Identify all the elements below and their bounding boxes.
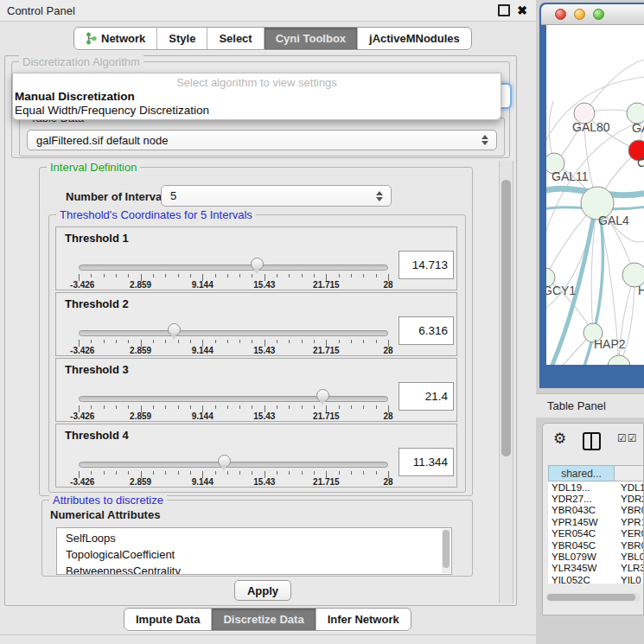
threshold-value-field[interactable]: 21.4 bbox=[399, 382, 454, 411]
network-canvas[interactable]: GAL80GACGAL11GAL4GCY1HHAP2 bbox=[546, 25, 644, 365]
table-data-combobox[interactable]: galFiltered.sif default node bbox=[27, 130, 497, 150]
table-row[interactable]: YPR145WYPR1 bbox=[548, 516, 644, 527]
table-row[interactable]: YLR345WYLR3 bbox=[548, 563, 644, 574]
table-row[interactable]: YIL052CYIL0 bbox=[548, 574, 644, 583]
combo-stepper-icon[interactable] bbox=[481, 135, 488, 145]
table-panel-titlebar: Table Panel bbox=[536, 393, 644, 418]
cell-name[interactable]: YER0 bbox=[615, 528, 644, 539]
table-row[interactable]: YBR045CYBR0 bbox=[548, 539, 644, 551]
tab-discretize-data[interactable]: Discretize Data bbox=[212, 609, 316, 630]
cell-name[interactable]: YBR0 bbox=[615, 540, 644, 551]
tab-cyni-toolbox[interactable]: Cyni Toolbox bbox=[265, 28, 358, 49]
column-header-name[interactable]: na bbox=[615, 465, 644, 481]
threshold-value-field[interactable]: 11.344 bbox=[399, 448, 454, 476]
attributes-group: Attributes to discretize Numerical Attri… bbox=[41, 500, 473, 577]
threshold-label: Threshold 4 bbox=[65, 429, 129, 442]
table-row[interactable]: YBL079WYBL0 bbox=[548, 551, 644, 562]
threshold-value-field[interactable]: 14.713 bbox=[399, 251, 454, 279]
tab-infer-network[interactable]: Infer Network bbox=[316, 609, 411, 630]
network-node[interactable] bbox=[608, 355, 630, 365]
node-label: H bbox=[638, 284, 644, 297]
tab-select[interactable]: Select bbox=[207, 28, 264, 49]
slider-track[interactable] bbox=[79, 462, 388, 468]
tab-impute-data[interactable]: Impute Data bbox=[124, 609, 212, 630]
cell-name[interactable]: YBR0 bbox=[615, 505, 644, 515]
number-of-intervals-combobox[interactable]: 5 bbox=[161, 185, 392, 207]
cell-shared-name[interactable]: YBR045C bbox=[548, 540, 615, 551]
close-panel-icon[interactable]: ✖ bbox=[517, 5, 527, 16]
algorithm-placeholder: Select algorithm to view settings bbox=[13, 76, 501, 89]
top-tab-bar: Network Style Select Cyni Toolbox jActiv… bbox=[73, 27, 472, 50]
attribute-list-item[interactable]: SelfLoops bbox=[66, 530, 451, 546]
number-of-intervals-label: Number of Intervals bbox=[66, 190, 171, 203]
table-row[interactable]: YDL19...YDL1 bbox=[548, 481, 644, 493]
panel-title: Control Panel bbox=[7, 4, 75, 17]
cell-shared-name[interactable]: YLR345W bbox=[548, 563, 615, 573]
cell-shared-name[interactable]: YER054C bbox=[548, 528, 615, 539]
slider-tick-labels: -3.4262.8599.14415.4321.71528 bbox=[79, 346, 388, 356]
cell-shared-name[interactable]: YPR145W bbox=[548, 517, 615, 527]
slider-thumb[interactable] bbox=[218, 455, 231, 468]
apply-button[interactable]: Apply bbox=[234, 580, 291, 601]
checkboxes-icon[interactable]: ☑☑ bbox=[617, 432, 638, 444]
table-row[interactable]: YDR27...YDR2 bbox=[548, 493, 644, 504]
tab-network[interactable]: Network bbox=[74, 28, 157, 49]
numerical-attributes-list[interactable]: SelfLoopsTopologicalCoefficientBetweenne… bbox=[56, 527, 452, 575]
node-label: GAL80 bbox=[572, 120, 610, 134]
node-label: GAL11 bbox=[552, 169, 589, 183]
tab-jactivemnodules[interactable]: jActiveMNodules bbox=[358, 28, 471, 49]
table-panel-body: ⚙ ☑☑ shared... na YDL19...YDL1YDR27...YD… bbox=[542, 423, 644, 615]
menu-item-equal-width-discretization[interactable]: Equal Width/Frequency Discretization bbox=[15, 104, 209, 117]
cell-name[interactable]: YDR2 bbox=[615, 494, 644, 504]
network-view-window: GAL80GACGAL11GAL4GCY1HHAP2 bbox=[539, 3, 644, 388]
list-scrollbar[interactable] bbox=[442, 529, 450, 573]
gear-icon[interactable]: ⚙ bbox=[553, 430, 566, 448]
node-label: HAP2 bbox=[594, 337, 626, 351]
cell-name[interactable]: YLR3 bbox=[615, 563, 644, 573]
thresholds-group-title: Threshold's Coordinates for 5 Intervals bbox=[56, 208, 256, 221]
zoom-window-icon[interactable] bbox=[593, 9, 604, 20]
close-window-icon[interactable] bbox=[555, 9, 566, 20]
scrollbar-thumb[interactable] bbox=[501, 180, 511, 456]
cell-name[interactable]: YBL0 bbox=[615, 552, 644, 562]
table-data-group: Table Data galFiltered.sif default node bbox=[19, 118, 505, 156]
attributes-group-title: Attributes to discretize bbox=[49, 494, 167, 507]
cell-shared-name[interactable]: YBR043C bbox=[548, 505, 615, 515]
menu-item-manual-discretization[interactable]: Manual Discretization bbox=[15, 90, 135, 103]
discretization-algorithm-title: Discretization Algorithm bbox=[19, 55, 143, 68]
cell-shared-name[interactable]: YDR27... bbox=[548, 494, 615, 504]
cell-shared-name[interactable]: YBL079W bbox=[548, 552, 615, 562]
threshold-panel-3: Threshold 3-3.4262.8599.14415.4321.71528… bbox=[55, 358, 457, 422]
cell-name[interactable]: YPR1 bbox=[615, 517, 644, 527]
cell-name[interactable]: YIL0 bbox=[615, 575, 644, 583]
slider-tick-labels: -3.4262.8599.14415.4321.71528 bbox=[79, 411, 388, 422]
table-panel-title: Table Panel bbox=[547, 399, 606, 412]
slider-tick-labels: -3.4262.8599.14415.4321.71528 bbox=[79, 477, 388, 488]
intervals-stepper-icon[interactable] bbox=[376, 191, 383, 201]
slider-track[interactable] bbox=[79, 265, 388, 271]
attribute-list-item[interactable]: BetweennessCentrality bbox=[66, 563, 451, 575]
table-row[interactable]: YBR043CYBR0 bbox=[548, 505, 644, 516]
slider-track[interactable] bbox=[79, 396, 388, 402]
threshold-value-field[interactable]: 6.316 bbox=[399, 316, 454, 345]
cell-shared-name[interactable]: YIL052C bbox=[548, 575, 615, 583]
attribute-list-item[interactable]: TopologicalCoefficient bbox=[66, 546, 451, 563]
cell-shared-name[interactable]: YDL19... bbox=[548, 482, 615, 493]
columns-icon[interactable] bbox=[583, 432, 601, 450]
column-header-shared-name[interactable]: shared... bbox=[548, 465, 615, 481]
float-panel-icon[interactable] bbox=[498, 4, 510, 16]
algorithm-dropdown-popup: Select algorithm to view settings Manual… bbox=[12, 73, 501, 120]
interval-definition-group: Interval Definition Number of Intervals … bbox=[39, 167, 473, 496]
threshold-label: Threshold 3 bbox=[65, 363, 129, 376]
app-root: Control Panel ✖ Network Style Select Cyn… bbox=[0, 0, 644, 644]
table-horizontal-scrollbar[interactable] bbox=[545, 593, 641, 602]
divider bbox=[0, 634, 536, 635]
slider-track[interactable] bbox=[79, 330, 388, 336]
scrollbar-thumb[interactable] bbox=[547, 594, 635, 601]
panel-vertical-scrollbar[interactable] bbox=[499, 161, 513, 603]
cell-name[interactable]: YDL1 bbox=[615, 482, 644, 493]
network-window-titlebar[interactable] bbox=[541, 4, 644, 25]
table-row[interactable]: YER054CYER0 bbox=[548, 528, 644, 539]
tab-style[interactable]: Style bbox=[157, 28, 207, 49]
minimize-window-icon[interactable] bbox=[574, 9, 585, 20]
